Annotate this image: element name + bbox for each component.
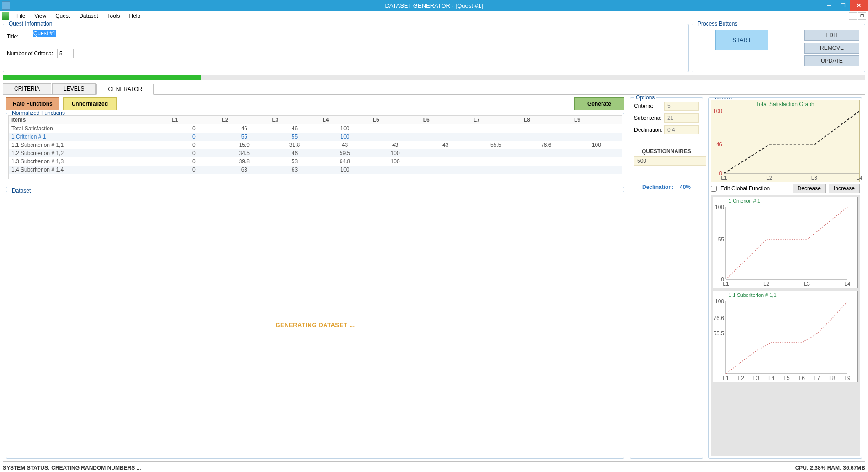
row-name: 1 Criterion # 1 [9, 133, 169, 141]
cell: 0 [169, 141, 219, 149]
svg-text:L6: L6 [799, 375, 805, 381]
table-row[interactable]: 1.1 Subcriterion # 1,1015.931.843434355.… [9, 141, 622, 149]
mini-graph-1-svg: 055100L1L2L3L4 [713, 204, 850, 287]
edit-global-checkbox[interactable] [711, 186, 717, 192]
svg-text:100: 100 [715, 204, 724, 210]
criteria-count-label: Number of Criteria: [7, 50, 57, 57]
svg-text:55.5: 55.5 [714, 330, 724, 337]
cell: 46 [269, 149, 320, 157]
minimize-button[interactable]: ─ [822, 0, 836, 11]
table-row[interactable]: 1 Criterion # 105555100 [9, 133, 622, 141]
svg-text:L3: L3 [804, 281, 810, 287]
svg-text:L4: L4 [768, 375, 775, 381]
dataset-group: Dataset GENERATING DATASET ... [6, 191, 624, 459]
menu-quest[interactable]: Quest [51, 12, 75, 20]
title-label: Title: [7, 33, 30, 40]
tab-levels[interactable]: LEVELS [52, 83, 96, 94]
cell [521, 149, 571, 157]
options-group: Options Criteria: 5 Subcriteria: 21 Decl… [630, 97, 703, 459]
window-title: DATASET GENERATOR - [Quest #1] [385, 2, 483, 9]
row-name: 1.4 Subcriterion # 1,4 [9, 166, 169, 174]
cell: 43 [421, 141, 471, 149]
svg-text:L1: L1 [723, 375, 729, 381]
tabstrip: CRITERIA LEVELS GENERATOR [3, 83, 865, 94]
subcriteria-value: 21 [664, 113, 699, 123]
cell: 63 [269, 166, 320, 174]
col-l1[interactable]: L1 [169, 116, 219, 124]
nf-table-scroll[interactable]: ItemsL1L2L3L4L5L6L7L8L9 Total Satisfacti… [8, 115, 622, 179]
cell: 55 [219, 133, 269, 141]
table-row[interactable]: Total Satisfaction04646100 [9, 124, 622, 133]
mini-graphs-scroll[interactable]: 1 Criterion # 1 055100L1L2L3L4 1.1 Subcr… [711, 195, 860, 456]
cell [471, 133, 521, 141]
criteria-label: Criteria: [634, 103, 664, 109]
cell [571, 166, 622, 174]
col-l4[interactable]: L4 [320, 116, 370, 124]
criteria-value: 5 [664, 102, 699, 111]
cell: 0 [169, 149, 219, 157]
generate-button[interactable]: Generate [574, 97, 624, 110]
edit-global-label: Edit Global Function [720, 185, 790, 192]
mdi-icon [2, 12, 9, 20]
status-right: CPU: 2.38% RAM: 36.67MB [795, 465, 865, 471]
close-button[interactable]: ✕ [850, 0, 868, 11]
menu-tools[interactable]: Tools [103, 12, 125, 20]
update-button[interactable]: UPDATE [804, 55, 859, 66]
rate-functions-button[interactable]: Rate Functions [6, 97, 59, 110]
col-l8[interactable]: L8 [521, 116, 571, 124]
col-l7[interactable]: L7 [471, 116, 521, 124]
menubar: File View Quest Dataset Tools Help ─ ❐ [0, 11, 868, 21]
increase-button[interactable]: Increase [829, 184, 860, 193]
cell: 63 [219, 166, 269, 174]
questionnaires-input[interactable] [634, 156, 706, 166]
main-graph-title: Total Satisfaction Graph [711, 100, 859, 108]
cell: 55 [269, 133, 320, 141]
cell: 0 [169, 166, 219, 174]
cell [521, 157, 571, 166]
cell: 59.5 [320, 149, 370, 157]
menu-file[interactable]: File [12, 12, 30, 20]
menu-view[interactable]: View [30, 12, 51, 20]
svg-text:46: 46 [716, 141, 723, 148]
process-legend: Process Buttons [696, 21, 739, 27]
cell [370, 124, 421, 133]
row-name: 1.3 Subcriterion # 1,3 [9, 157, 169, 166]
quest-info-legend: Quest Information [7, 21, 54, 27]
svg-text:L5: L5 [783, 375, 790, 381]
cell: 100 [320, 166, 370, 174]
start-button[interactable]: START [715, 30, 768, 50]
unnormalized-button[interactable]: Unnormalized [63, 97, 117, 110]
cell: 15.9 [219, 141, 269, 149]
mini-graph-1-title: 1 Criterion # 1 [727, 197, 857, 204]
tab-criteria[interactable]: CRITERIA [3, 83, 51, 94]
svg-text:L1: L1 [723, 281, 729, 287]
col-l2[interactable]: L2 [219, 116, 269, 124]
table-row[interactable]: 1.4 Subcriterion # 1,406363100 [9, 166, 622, 174]
remove-button[interactable]: REMOVE [804, 43, 859, 54]
menu-dataset[interactable]: Dataset [75, 12, 102, 20]
app-icon [2, 1, 10, 10]
decrease-button[interactable]: Decrease [793, 184, 826, 193]
col-l5[interactable]: L5 [370, 116, 421, 124]
title-input[interactable]: Quest #1 [33, 30, 56, 37]
subcriteria-label: Subcriteria: [634, 115, 664, 121]
col-l9[interactable]: L9 [571, 116, 622, 124]
table-row[interactable]: 1.3 Subcriterion # 1,3039.85364.8100 [9, 157, 622, 166]
menu-help[interactable]: Help [125, 12, 145, 20]
criteria-count-input[interactable] [57, 49, 74, 58]
maximize-button[interactable]: ❐ [836, 0, 850, 11]
declination-pct-value: 40% [680, 184, 691, 190]
cell [421, 124, 471, 133]
col-l3[interactable]: L3 [269, 116, 320, 124]
mdi-minimize-button[interactable]: ─ [849, 12, 857, 20]
edit-button[interactable]: EDIT [804, 30, 859, 41]
mdi-restore-button[interactable]: ❐ [858, 12, 866, 20]
table-row[interactable]: 1.2 Subcriterion # 1,2034.54659.5100 [9, 149, 622, 157]
svg-text:76.6: 76.6 [714, 315, 724, 322]
cell: 46 [269, 124, 320, 133]
svg-text:L9: L9 [844, 375, 850, 381]
col-l6[interactable]: L6 [421, 116, 471, 124]
col-items[interactable]: Items [9, 116, 169, 124]
tab-generator[interactable]: GENERATOR [96, 84, 154, 95]
cell [421, 149, 471, 157]
